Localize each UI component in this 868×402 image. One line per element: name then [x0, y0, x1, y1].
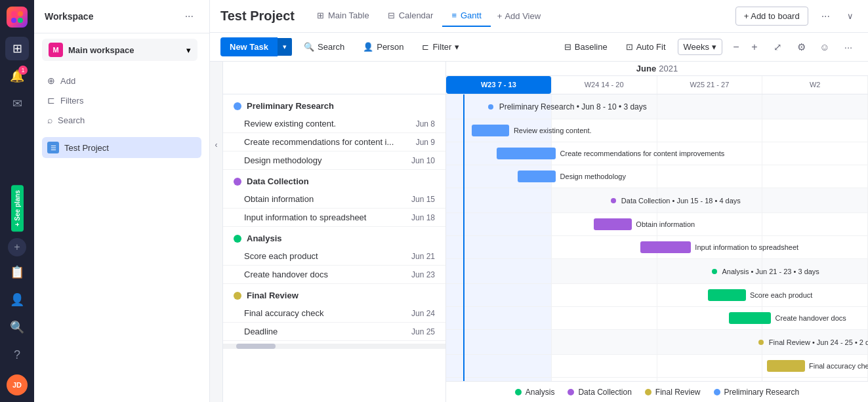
search-icon[interactable]: 🔍 — [5, 315, 29, 339]
tab-main-table[interactable]: ⊞ Main Table — [308, 5, 379, 27]
task-row[interactable]: Deadline Jun 25 — [223, 323, 445, 341]
nav-item-add[interactable]: ⊕ Add — [42, 71, 201, 90]
gantt-task-row: Final accuracy check — [446, 355, 868, 378]
task-date: Jun 10 — [411, 156, 435, 165]
header-chevron-btn[interactable]: ∨ — [843, 9, 858, 24]
new-task-main[interactable]: New Task — [220, 37, 278, 56]
add-view-label: Add View — [505, 11, 541, 21]
zoom-out-btn[interactable]: − — [728, 39, 745, 56]
left-panel-header: Workspace ··· — [34, 0, 209, 33]
gantt-bar-obtain[interactable] — [594, 218, 632, 230]
add-view-btn[interactable]: + Add View — [491, 7, 547, 25]
week-col-w26[interactable]: W2 — [762, 76, 868, 94]
tab-main-table-label: Main Table — [328, 10, 369, 20]
task-row[interactable]: Design methodology Jun 10 — [223, 151, 445, 170]
baseline-btn[interactable]: ⊟ Baseline — [558, 39, 614, 55]
filter-toolbar-icon: ⊏ — [422, 42, 429, 52]
task-date: Jun 8 — [416, 119, 435, 129]
task-row[interactable]: Create recommendations for content i... … — [223, 133, 445, 151]
search-small-icon: ⌕ — [47, 115, 52, 125]
inbox-icon[interactable]: ✉ — [5, 92, 29, 115]
group-final-review[interactable]: Final Review — [223, 284, 445, 304]
task-row[interactable]: Create handover docs Jun 23 — [223, 266, 445, 284]
workspace-menu-btn[interactable]: ··· — [180, 8, 199, 25]
group-analysis-label: Analysis — [247, 233, 281, 243]
smiley-btn[interactable]: ☺ — [816, 38, 834, 56]
gantt-bar-design[interactable] — [518, 171, 556, 182]
gantt-legend: Analysis Data Collection Final Review Pr… — [446, 381, 868, 402]
weeks-select[interactable]: Weeks ▾ — [678, 39, 723, 55]
gantt-settings-btn[interactable]: ⚙ — [792, 38, 810, 56]
home-icon[interactable]: ⊞ — [5, 37, 29, 60]
project-item-test[interactable]: ☰ Test Project — [42, 137, 201, 158]
gantt-col — [552, 307, 657, 329]
gantt-bar-review[interactable] — [472, 125, 510, 136]
workspace-selector[interactable]: M Main workspace ▾ — [42, 39, 197, 61]
group-data-collection[interactable]: Data Collection — [223, 170, 445, 190]
people-icon[interactable]: 👤 — [5, 288, 29, 312]
task-row[interactable]: Review existing content. Jun 8 — [223, 115, 445, 133]
project-icon: ☰ — [47, 142, 59, 153]
gantt-group-label-analysis: Analysis • Jun 21 - 23 • 3 days — [712, 268, 819, 275]
task-row[interactable]: Input information to spreadsheet Jun 18 — [223, 209, 445, 227]
group-preliminary-research[interactable]: Preliminary Research — [223, 94, 445, 115]
filter-btn[interactable]: ⊏ Filter ▾ — [415, 39, 466, 55]
svg-point-0 — [11, 11, 16, 16]
task-name: Obtain information — [244, 194, 411, 204]
search-btn[interactable]: 🔍 Search — [297, 39, 351, 55]
svg-point-3 — [18, 18, 23, 23]
autofit-btn[interactable]: ⊡ Auto Fit — [619, 39, 672, 55]
task-name: Final accuracy check — [244, 308, 411, 318]
gantt-group-label-finalreview: Final Review • Jun 24 - 25 • 2 days — [758, 338, 868, 346]
nav-item-filters[interactable]: ⊏ Filters — [42, 91, 201, 110]
task-date: Jun 9 — [416, 138, 435, 147]
gantt-col — [446, 236, 552, 258]
gantt-task-row: Create handover docs — [446, 307, 868, 330]
task-row[interactable]: Score each product Jun 21 — [223, 247, 445, 266]
gantt-bar-handover[interactable] — [729, 312, 771, 324]
task-date: Jun 21 — [411, 252, 435, 261]
person-btn[interactable]: 👤 Person — [356, 39, 410, 55]
tab-calendar[interactable]: ⊟ Calendar — [379, 5, 443, 27]
expand-btn[interactable]: ⤢ — [768, 38, 787, 56]
collapse-panel-btn[interactable]: ‹ — [210, 62, 223, 402]
group-analysis[interactable]: Analysis — [223, 227, 445, 247]
more-btn[interactable]: ··· — [839, 38, 858, 56]
legend-datacollection-label: Data Collection — [578, 388, 631, 397]
gantt-task-row: Obtain information — [446, 213, 868, 236]
nav-item-search[interactable]: ⌕ Search — [42, 111, 201, 129]
gantt-col — [657, 330, 763, 354]
task-list: Preliminary Research Review existing con… — [223, 62, 446, 402]
gantt-col — [762, 94, 868, 119]
new-task-button[interactable]: New Task ▾ — [220, 37, 292, 56]
task-row[interactable]: Final accuracy check Jun 24 — [223, 304, 445, 323]
gantt-col — [657, 355, 763, 377]
tab-gantt[interactable]: ≡ Gantt — [442, 5, 490, 27]
add-icon[interactable]: + — [8, 238, 26, 256]
see-plans-btn[interactable]: + See plans — [11, 185, 24, 231]
notifications-icon[interactable]: 🔔 1 — [5, 64, 29, 88]
zoom-in-btn[interactable]: + — [746, 39, 763, 56]
help-icon[interactable]: ? — [5, 343, 29, 367]
group-preliminary-research-label: Preliminary Research — [247, 101, 334, 111]
gantt-col — [446, 355, 552, 377]
gantt-bar-input[interactable] — [640, 241, 691, 253]
my-work-icon[interactable]: 📋 — [5, 260, 29, 284]
gantt-bar-score[interactable] — [708, 289, 746, 301]
week-col-w24[interactable]: W24 14 - 20 — [552, 76, 657, 94]
avatar[interactable]: JD — [7, 374, 28, 395]
new-task-dropdown-arrow[interactable]: ▾ — [278, 38, 292, 56]
gantt-group-row-datacollection: Data Collection • Jun 15 - 18 • 4 days — [446, 188, 868, 213]
legend-preliminary-label: Preliminary Research — [724, 388, 800, 397]
svg-point-2 — [11, 18, 16, 23]
week-col-w23[interactable]: W23 7 - 13 — [446, 76, 552, 94]
task-row[interactable]: Obtain information Jun 15 — [223, 190, 445, 209]
gantt-task-row: Design methodology — [446, 165, 868, 188]
week-col-w25[interactable]: W25 21 - 27 — [657, 76, 763, 94]
zoom-controls: − + — [728, 39, 763, 56]
gantt-group-row-finalreview: Final Review • Jun 24 - 25 • 2 days — [446, 330, 868, 355]
header-more-btn[interactable]: ··· — [816, 8, 835, 25]
gantt-bar-recommendations[interactable] — [497, 148, 556, 159]
gantt-bar-accuracy[interactable] — [767, 360, 805, 372]
add-to-board-btn[interactable]: + Add to board — [735, 7, 808, 26]
